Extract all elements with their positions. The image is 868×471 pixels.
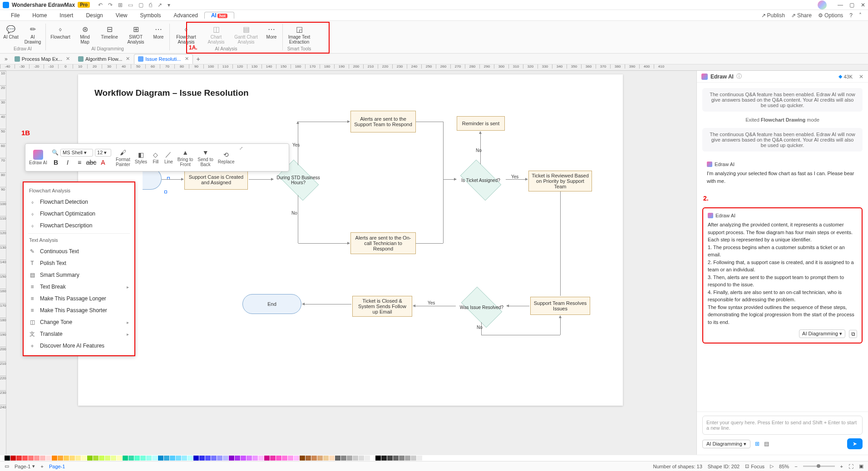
strike-icon[interactable]: abc	[87, 158, 95, 167]
add-page-button[interactable]: +	[40, 464, 43, 469]
color-swatch[interactable]	[341, 456, 346, 461]
color-swatch[interactable]	[52, 456, 57, 461]
close-tab-icon[interactable]: ✕	[185, 56, 189, 62]
node-closed[interactable]: Ticket is Closed & System Sends Follow u…	[352, 296, 412, 317]
analysis-more-button[interactable]: ⋯More	[263, 24, 280, 39]
connector[interactable]	[560, 191, 561, 296]
timeline-button[interactable]: ⊟Timeline	[98, 24, 121, 39]
menu-flowchart-detection[interactable]: ⬨Flowchart Detection	[24, 196, 134, 208]
color-swatch[interactable]	[170, 456, 175, 461]
color-swatch[interactable]	[381, 456, 387, 461]
connector[interactable]	[302, 304, 351, 304]
color-swatch[interactable]	[258, 456, 264, 461]
node-end[interactable]: End	[242, 294, 301, 314]
color-swatch[interactable]	[193, 456, 199, 461]
color-swatch[interactable]	[300, 456, 305, 461]
color-swatch[interactable]	[417, 456, 422, 461]
color-swatch[interactable]	[217, 456, 222, 461]
bring-front-icon[interactable]: ▲	[181, 148, 189, 157]
page-tab[interactable]: Page-1	[49, 464, 65, 469]
flowchart-analysis-button[interactable]: ⬨Flowchart Analysis	[173, 24, 200, 44]
color-swatch[interactable]	[128, 456, 134, 461]
color-swatch[interactable]	[16, 456, 22, 461]
color-palette[interactable]	[0, 455, 868, 461]
flowchart-button[interactable]: ⬨Flowchart	[49, 24, 72, 39]
menu-flowchart-description[interactable]: ⬨Flowchart Description	[24, 220, 134, 231]
styles-icon[interactable]: ◧	[137, 151, 145, 159]
node-was-resolved[interactable]: Was Issue Resolved?	[457, 291, 507, 323]
font-size-select[interactable]: 12 ▾	[95, 149, 111, 157]
color-swatch[interactable]	[40, 456, 45, 461]
color-swatch[interactable]	[134, 456, 140, 461]
help-icon[interactable]: ?	[849, 12, 853, 19]
line-icon[interactable]: ／	[164, 151, 173, 159]
menu-home[interactable]: Home	[26, 12, 53, 19]
menu-file[interactable]: File	[5, 12, 26, 19]
color-swatch[interactable]	[46, 456, 51, 461]
connector[interactable]	[298, 146, 298, 165]
color-swatch[interactable]	[235, 456, 240, 461]
connector[interactable]	[249, 179, 273, 180]
menu-make-shorter[interactable]: ≡Make This Passage Shorter	[24, 304, 134, 316]
menu-discover-more[interactable]: ＋Discover More AI Features	[24, 340, 134, 352]
color-swatch[interactable]	[58, 456, 63, 461]
publish-button[interactable]: ↗ Publish	[761, 12, 785, 19]
connector[interactable]	[413, 306, 456, 306]
options-button[interactable]: ⚙ Options	[818, 12, 843, 19]
color-swatch[interactable]	[123, 456, 128, 461]
node-support-case[interactable]: Support Case is Created and Assigned	[184, 170, 248, 190]
color-swatch[interactable]	[199, 456, 205, 461]
color-swatch[interactable]	[375, 456, 381, 461]
close-icon[interactable]: ✕	[861, 2, 865, 8]
color-swatch[interactable]	[411, 456, 416, 461]
color-swatch[interactable]	[22, 456, 28, 461]
color-swatch[interactable]	[405, 456, 410, 461]
color-swatch[interactable]	[294, 456, 299, 461]
ai-credits[interactable]: ◆43K	[838, 74, 853, 79]
color-swatch[interactable]	[347, 456, 352, 461]
color-swatch[interactable]	[353, 456, 358, 461]
node-review[interactable]: Ticket is Reviewed Based on Priority by …	[528, 171, 592, 191]
connector[interactable]	[416, 243, 443, 244]
mindmap-button[interactable]: ⊛Mind Map	[76, 24, 94, 44]
fullscreen-icon[interactable]: ▣	[859, 463, 863, 469]
color-swatch[interactable]	[146, 456, 152, 461]
new-tab-button[interactable]: +	[193, 55, 204, 63]
connector[interactable]	[444, 179, 456, 180]
ai-diagramming-dropdown[interactable]: AI Diagramming ▾	[799, 329, 845, 338]
color-swatch[interactable]	[10, 456, 16, 461]
connector[interactable]	[162, 179, 183, 180]
color-swatch[interactable]	[164, 456, 169, 461]
color-swatch[interactable]	[323, 456, 329, 461]
zoom-level[interactable]: 85%	[779, 464, 789, 469]
menu-design[interactable]: Design	[79, 12, 109, 19]
fit-page-icon[interactable]: ⛶	[848, 464, 853, 469]
menu-symbols[interactable]: Symbols	[134, 12, 168, 19]
ai-chat-button[interactable]: 💬AI Chat	[3, 24, 19, 39]
connector[interactable]	[416, 122, 443, 122]
close-tab-icon[interactable]: ✕	[66, 56, 70, 62]
color-swatch[interactable]	[223, 456, 228, 461]
color-swatch[interactable]	[229, 456, 234, 461]
color-swatch[interactable]	[187, 456, 193, 461]
expand-tabs-icon[interactable]: »	[2, 56, 10, 62]
edraw-ai-icon[interactable]	[33, 150, 43, 160]
color-swatch[interactable]	[329, 456, 335, 461]
color-swatch[interactable]	[158, 456, 163, 461]
color-swatch[interactable]	[423, 456, 428, 461]
minimize-icon[interactable]: —	[838, 2, 843, 8]
color-swatch[interactable]	[93, 456, 99, 461]
bold-icon[interactable]: B	[52, 158, 60, 167]
color-swatch[interactable]	[140, 456, 146, 461]
node-reminder[interactable]: Reminder is sent	[457, 116, 505, 131]
export-icon[interactable]: ↗	[158, 2, 162, 8]
copy-button[interactable]: ⧉	[849, 330, 857, 338]
floating-format-toolbar[interactable]: Edraw AI 🔍MS Shell ▾12 ▾ B I ≡ abc A 🖌Fo…	[25, 143, 289, 172]
zoom-out-button[interactable]: −	[794, 464, 797, 469]
new-icon[interactable]: ⊞	[118, 2, 123, 8]
diagramming-more-button[interactable]: ⋯More	[150, 24, 167, 39]
connector[interactable]	[298, 122, 350, 122]
color-swatch[interactable]	[211, 456, 217, 461]
menu-polish-text[interactable]: TPolish Text	[24, 257, 134, 269]
page-select[interactable]: Page-1 ▾	[15, 463, 35, 469]
